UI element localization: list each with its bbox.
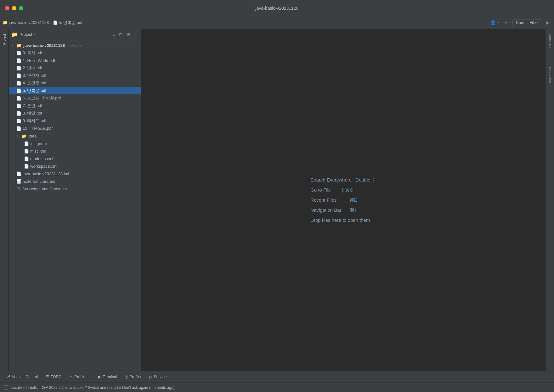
folder-icon: 📁 (21, 134, 26, 138)
current-file-label: Current File (516, 20, 536, 25)
breadcrumb-separator: › (50, 20, 51, 25)
todo-icon: ☰ (45, 374, 49, 379)
recent-files-label: Recent Files (310, 197, 336, 203)
status-text: Localized IntelliJ IDEA 2022.2.1 is avai… (11, 385, 175, 390)
services-label: Services (154, 375, 168, 379)
minimize-button[interactable] (12, 6, 16, 10)
hint-go-to-file: Go to File ⇧⌘O (310, 187, 376, 193)
tree-item[interactable]: 📄 2. 변수.pdf (9, 64, 141, 72)
pdf-icon: 📄 (53, 20, 58, 25)
bottom-toolbar: ⎇ Version Control ☰ TODO ⚠ Problems ▶ Te… (0, 371, 554, 383)
tree-item[interactable]: 📄 workspace.xml (9, 162, 141, 170)
tree-item[interactable]: 📄 java-basic-v20231128.iml (9, 170, 141, 177)
services-icon: ▷ (149, 374, 152, 379)
close-button[interactable] (5, 6, 9, 10)
breadcrumb-project[interactable]: 📁 java-basic-v20231128 (3, 20, 49, 25)
folder-icon: 📁 (3, 20, 8, 25)
expand-arrow: ▾ (16, 134, 20, 138)
pdf-file-icon: 📄 (16, 65, 21, 70)
tree-item[interactable]: 📄 modules.xml (9, 155, 141, 162)
settings-button[interactable]: ⚙ (125, 31, 132, 38)
user-dropdown-arrow: ▾ (497, 21, 499, 24)
pdf-file-icon: 📄 (16, 88, 21, 93)
bottom-tab-terminal[interactable]: ▶ Terminal (95, 373, 120, 380)
run-button[interactable]: ▶ (544, 19, 551, 27)
tree-item[interactable]: 📄 .gitignore (9, 140, 141, 147)
pdf-file-icon: 📄 (16, 58, 21, 63)
flatten-button[interactable]: ⊟ (118, 31, 124, 38)
sidebar-item-structure[interactable]: Structure (547, 31, 553, 51)
tree-item[interactable]: 📄 1. Hello World.pdf (9, 57, 141, 64)
xml-file-icon: 📄 (24, 156, 29, 161)
tree-item[interactable]: 📄 0. 목차.pdf (9, 49, 141, 57)
maximize-button[interactable] (19, 6, 23, 10)
bottom-tab-problems[interactable]: ⚠ Problems (66, 373, 94, 380)
current-file-button[interactable]: Current File ▾ (512, 19, 542, 26)
close-panel-button[interactable]: − (133, 31, 138, 38)
tree-item[interactable]: 📄 10. 다음으로.pdf (9, 125, 141, 132)
bottom-tab-services[interactable]: ▷ Services (146, 373, 172, 380)
file-name: 1. Hello World.pdf (23, 58, 55, 63)
tree-idea-folder[interactable]: ▾ 📁 .idea (9, 132, 141, 140)
tree-item[interactable]: 📄 9. 메서드.pdf (9, 117, 141, 125)
tree-item[interactable]: 📄 8. 배열.pdf (9, 109, 141, 117)
hint-area: Search Everywhere Double ⇧ Go to File ⇧⌘… (310, 177, 376, 223)
navigation-bar-label: Navigation Bar (310, 207, 341, 213)
sidebar-item-bookmarks[interactable]: Bookmarks (547, 64, 553, 87)
profiler-label: Profiler (130, 375, 142, 379)
problems-icon: ⚠ (69, 374, 73, 379)
hint-navigation-bar: Navigation Bar ⌘↑ (310, 207, 376, 213)
back-icon: ↩ (505, 20, 509, 25)
current-file-dropdown-arrow: ▾ (537, 21, 539, 24)
file-name: workspace.xml (30, 164, 57, 169)
tree-item[interactable]: 📄 7. 훈련.pdf (9, 102, 141, 109)
traffic-lights[interactable] (5, 6, 23, 10)
pdf-file-icon: 📄 (16, 73, 21, 78)
pdf-file-icon: 📄 (16, 96, 21, 101)
project-panel: 📁 Project ▾ ≡ ⊟ ⚙ − ▾ 📁 java-basic-v2023… (9, 29, 141, 371)
root-path: ~/Downlo (67, 43, 82, 47)
file-tree[interactable]: ▾ 📁 java-basic-v20231128 ~/Downlo 📄 0. 목… (9, 40, 141, 371)
selected-tree-item[interactable]: 📄 5. 반복문.pdf (9, 87, 141, 94)
tree-item[interactable]: 📄 misc.xml (9, 147, 141, 155)
file-name: modules.xml (30, 156, 53, 161)
root-folder-icon: 📁 (16, 43, 21, 48)
breadcrumb-file[interactable]: 📄 5. 반복문.pdf (53, 20, 82, 25)
back-button[interactable]: ↩ (503, 19, 511, 27)
file-name: 10. 다음으로.pdf (23, 126, 53, 131)
search-everywhere-label: Search Everywhere (310, 177, 352, 182)
search-everywhere-shortcut: Double ⇧ (355, 177, 376, 183)
panel-dropdown-arrow[interactable]: ▾ (34, 33, 36, 36)
tree-item[interactable]: 📄 4. 조건문.pdf (9, 79, 141, 87)
bottom-tab-profiler[interactable]: ◎ Profiler (122, 373, 145, 380)
tree-root-folder[interactable]: ▾ 📁 java-basic-v20231128 ~/Downlo (9, 42, 141, 49)
status-checkbox[interactable] (4, 385, 8, 390)
xml-file-icon: 📄 (24, 148, 29, 154)
file-name: 9. 메서드.pdf (23, 118, 46, 124)
status-bar: Localized IntelliJ IDEA 2022.2.1 is avai… (0, 383, 554, 392)
pdf-file-icon: 📄 (16, 126, 21, 131)
pdf-file-icon: 📄 (16, 111, 21, 116)
scratches-label: Scratches and Consoles (22, 187, 67, 191)
file-name: java-basic-v20231128.iml (23, 171, 69, 176)
scratches-icon: 🗒 (16, 187, 20, 191)
external-libs-icon: 📊 (16, 179, 21, 184)
bottom-tab-version-control[interactable]: ⎇ Version Control (3, 373, 41, 380)
tree-item[interactable]: 📄 3. 연산자.pdf (9, 72, 141, 79)
file-name: 5. 반복문.pdf (23, 88, 46, 93)
tree-item[interactable]: 📄 6. 스코프, 형변환.pdf (9, 94, 141, 102)
user-icon-button[interactable]: 👤 ▾ (488, 19, 501, 27)
file-name: 7. 훈련.pdf (23, 103, 42, 109)
folder-name: .idea (28, 134, 37, 138)
git-file-icon: 📄 (24, 141, 29, 146)
file-name: .gitignore (30, 141, 47, 146)
tree-scratches[interactable]: › 🗒 Scratches and Consoles (9, 185, 141, 193)
file-name: 0. 목차.pdf (23, 50, 42, 56)
collapse-all-button[interactable]: ≡ (111, 31, 116, 38)
file-name: misc.xml (30, 149, 46, 154)
bottom-tab-todo[interactable]: ☰ TODO (42, 373, 65, 380)
expand-arrow: › (11, 187, 15, 191)
editor-area: Search Everywhere Double ⇧ Go to File ⇧⌘… (141, 29, 545, 371)
sidebar-item-project[interactable]: Project (1, 31, 8, 47)
tree-external-libraries[interactable]: 📊 External Libraries (9, 177, 141, 185)
